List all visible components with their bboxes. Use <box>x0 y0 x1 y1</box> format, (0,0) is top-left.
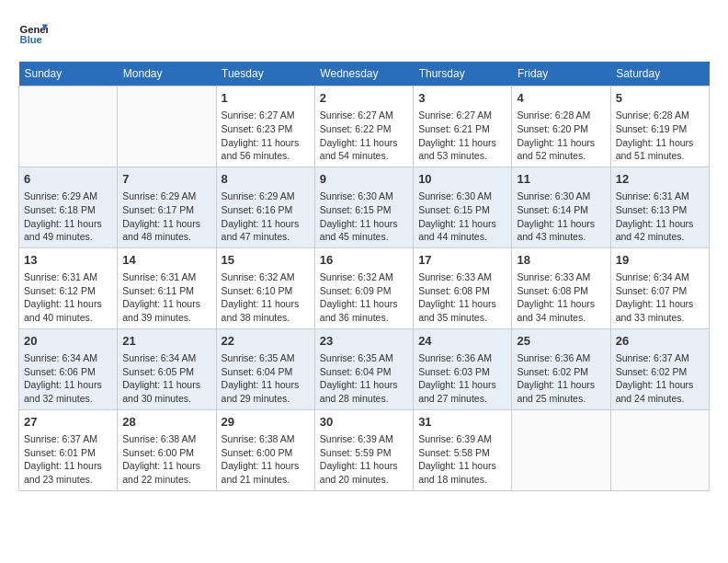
day-info: Sunrise: 6:35 AMSunset: 6:04 PMDaylight:… <box>320 351 408 406</box>
weekday-header: Saturday <box>610 62 709 86</box>
calendar-cell: 30Sunrise: 6:39 AMSunset: 5:59 PMDayligh… <box>314 409 413 490</box>
calendar-cell: 31Sunrise: 6:39 AMSunset: 5:58 PMDayligh… <box>414 409 512 490</box>
day-number: 4 <box>517 90 605 107</box>
calendar-cell: 22Sunrise: 6:35 AMSunset: 6:04 PMDayligh… <box>216 328 314 409</box>
logo: General Blue <box>18 18 51 48</box>
day-number: 18 <box>517 252 605 269</box>
day-number: 19 <box>616 252 704 269</box>
calendar-cell <box>610 409 709 490</box>
day-number: 17 <box>418 252 506 269</box>
day-info: Sunrise: 6:32 AMSunset: 6:09 PMDaylight:… <box>320 270 408 325</box>
day-number: 22 <box>222 333 310 350</box>
day-info: Sunrise: 6:36 AMSunset: 6:03 PMDaylight:… <box>418 351 506 406</box>
day-info: Sunrise: 6:35 AMSunset: 6:04 PMDaylight:… <box>222 351 310 406</box>
calendar-cell: 26Sunrise: 6:37 AMSunset: 6:02 PMDayligh… <box>610 328 709 409</box>
calendar-cell: 12Sunrise: 6:31 AMSunset: 6:13 PMDayligh… <box>610 167 709 247</box>
day-info: Sunrise: 6:30 AMSunset: 6:14 PMDaylight:… <box>517 190 605 244</box>
day-number: 8 <box>222 171 310 188</box>
day-number: 10 <box>418 171 506 188</box>
day-number: 25 <box>517 333 605 350</box>
calendar-cell: 8Sunrise: 6:29 AMSunset: 6:16 PMDaylight… <box>216 167 314 247</box>
day-info: Sunrise: 6:38 AMSunset: 6:00 PMDaylight:… <box>222 432 310 487</box>
day-number: 20 <box>24 333 112 350</box>
day-number: 5 <box>616 90 704 107</box>
day-number: 16 <box>320 252 408 269</box>
calendar-cell: 19Sunrise: 6:34 AMSunset: 6:07 PMDayligh… <box>610 247 709 328</box>
calendar-cell <box>512 409 610 490</box>
weekday-header: Sunday <box>19 62 118 86</box>
day-number: 12 <box>616 171 704 188</box>
day-number: 14 <box>122 252 210 269</box>
calendar-cell: 16Sunrise: 6:32 AMSunset: 6:09 PMDayligh… <box>314 247 413 328</box>
calendar-cell: 7Sunrise: 6:29 AMSunset: 6:17 PMDaylight… <box>118 167 216 247</box>
calendar-cell: 13Sunrise: 6:31 AMSunset: 6:12 PMDayligh… <box>19 247 118 328</box>
day-info: Sunrise: 6:39 AMSunset: 5:59 PMDaylight:… <box>320 432 408 487</box>
day-info: Sunrise: 6:27 AMSunset: 6:21 PMDaylight:… <box>418 109 506 163</box>
calendar-cell <box>19 86 118 167</box>
weekday-header-row: SundayMondayTuesdayWednesdayThursdayFrid… <box>19 62 710 86</box>
day-number: 27 <box>24 414 112 431</box>
day-number: 26 <box>616 333 704 350</box>
calendar-cell: 14Sunrise: 6:31 AMSunset: 6:11 PMDayligh… <box>118 247 216 328</box>
calendar-cell: 28Sunrise: 6:38 AMSunset: 6:00 PMDayligh… <box>118 409 216 490</box>
calendar-cell: 6Sunrise: 6:29 AMSunset: 6:18 PMDaylight… <box>19 167 118 247</box>
day-info: Sunrise: 6:28 AMSunset: 6:19 PMDaylight:… <box>616 109 704 163</box>
day-info: Sunrise: 6:34 AMSunset: 6:05 PMDaylight:… <box>122 351 210 406</box>
day-number: 9 <box>320 171 408 188</box>
day-number: 29 <box>222 414 310 431</box>
calendar-cell: 2Sunrise: 6:27 AMSunset: 6:22 PMDaylight… <box>314 86 413 167</box>
calendar-cell: 24Sunrise: 6:36 AMSunset: 6:03 PMDayligh… <box>414 328 512 409</box>
calendar-week-row: 6Sunrise: 6:29 AMSunset: 6:18 PMDaylight… <box>19 167 710 247</box>
calendar-cell: 3Sunrise: 6:27 AMSunset: 6:21 PMDaylight… <box>414 86 512 167</box>
day-info: Sunrise: 6:39 AMSunset: 5:58 PMDaylight:… <box>418 432 506 487</box>
calendar-cell: 23Sunrise: 6:35 AMSunset: 6:04 PMDayligh… <box>314 328 413 409</box>
calendar-cell: 17Sunrise: 6:33 AMSunset: 6:08 PMDayligh… <box>414 247 512 328</box>
day-number: 6 <box>24 171 112 188</box>
day-info: Sunrise: 6:32 AMSunset: 6:10 PMDaylight:… <box>222 270 310 325</box>
day-number: 1 <box>222 90 310 107</box>
day-number: 21 <box>122 333 210 350</box>
day-info: Sunrise: 6:37 AMSunset: 6:01 PMDaylight:… <box>24 432 112 487</box>
calendar-cell: 4Sunrise: 6:28 AMSunset: 6:20 PMDaylight… <box>512 86 610 167</box>
day-number: 7 <box>122 171 210 188</box>
day-number: 2 <box>320 90 408 107</box>
day-number: 13 <box>24 252 112 269</box>
calendar-cell: 29Sunrise: 6:38 AMSunset: 6:00 PMDayligh… <box>216 409 314 490</box>
calendar-week-row: 13Sunrise: 6:31 AMSunset: 6:12 PMDayligh… <box>19 247 710 328</box>
day-info: Sunrise: 6:31 AMSunset: 6:11 PMDaylight:… <box>122 270 210 325</box>
day-info: Sunrise: 6:28 AMSunset: 6:20 PMDaylight:… <box>517 109 605 163</box>
day-info: Sunrise: 6:33 AMSunset: 6:08 PMDaylight:… <box>517 270 605 325</box>
day-info: Sunrise: 6:37 AMSunset: 6:02 PMDaylight:… <box>616 351 704 406</box>
day-info: Sunrise: 6:29 AMSunset: 6:18 PMDaylight:… <box>24 190 112 244</box>
weekday-header: Thursday <box>414 62 512 86</box>
day-info: Sunrise: 6:36 AMSunset: 6:02 PMDaylight:… <box>517 351 605 406</box>
calendar-week-row: 27Sunrise: 6:37 AMSunset: 6:01 PMDayligh… <box>19 409 710 490</box>
calendar-week-row: 20Sunrise: 6:34 AMSunset: 6:06 PMDayligh… <box>19 328 710 409</box>
calendar-cell: 21Sunrise: 6:34 AMSunset: 6:05 PMDayligh… <box>118 328 216 409</box>
weekday-header: Friday <box>512 62 610 86</box>
logo-icon: General Blue <box>18 18 48 48</box>
day-info: Sunrise: 6:30 AMSunset: 6:15 PMDaylight:… <box>320 190 408 244</box>
day-number: 11 <box>517 171 605 188</box>
calendar-table: SundayMondayTuesdayWednesdayThursdayFrid… <box>18 62 710 491</box>
weekday-header: Tuesday <box>216 62 314 86</box>
day-info: Sunrise: 6:34 AMSunset: 6:07 PMDaylight:… <box>616 270 704 325</box>
calendar-cell: 10Sunrise: 6:30 AMSunset: 6:15 PMDayligh… <box>414 167 512 247</box>
calendar-cell: 11Sunrise: 6:30 AMSunset: 6:14 PMDayligh… <box>512 167 610 247</box>
calendar-cell: 18Sunrise: 6:33 AMSunset: 6:08 PMDayligh… <box>512 247 610 328</box>
day-info: Sunrise: 6:31 AMSunset: 6:12 PMDaylight:… <box>24 270 112 325</box>
day-info: Sunrise: 6:29 AMSunset: 6:17 PMDaylight:… <box>122 190 210 244</box>
calendar-cell: 15Sunrise: 6:32 AMSunset: 6:10 PMDayligh… <box>216 247 314 328</box>
day-info: Sunrise: 6:27 AMSunset: 6:23 PMDaylight:… <box>222 109 310 163</box>
day-number: 31 <box>418 414 506 431</box>
calendar-cell: 1Sunrise: 6:27 AMSunset: 6:23 PMDaylight… <box>216 86 314 167</box>
calendar-week-row: 1Sunrise: 6:27 AMSunset: 6:23 PMDaylight… <box>19 86 710 167</box>
day-number: 3 <box>418 90 506 107</box>
day-info: Sunrise: 6:38 AMSunset: 6:00 PMDaylight:… <box>122 432 210 487</box>
calendar-cell: 9Sunrise: 6:30 AMSunset: 6:15 PMDaylight… <box>314 167 413 247</box>
day-info: Sunrise: 6:31 AMSunset: 6:13 PMDaylight:… <box>616 190 704 244</box>
day-info: Sunrise: 6:30 AMSunset: 6:15 PMDaylight:… <box>418 190 506 244</box>
calendar-cell: 27Sunrise: 6:37 AMSunset: 6:01 PMDayligh… <box>19 409 118 490</box>
page-header: General Blue <box>18 18 710 48</box>
calendar-cell: 5Sunrise: 6:28 AMSunset: 6:19 PMDaylight… <box>610 86 709 167</box>
